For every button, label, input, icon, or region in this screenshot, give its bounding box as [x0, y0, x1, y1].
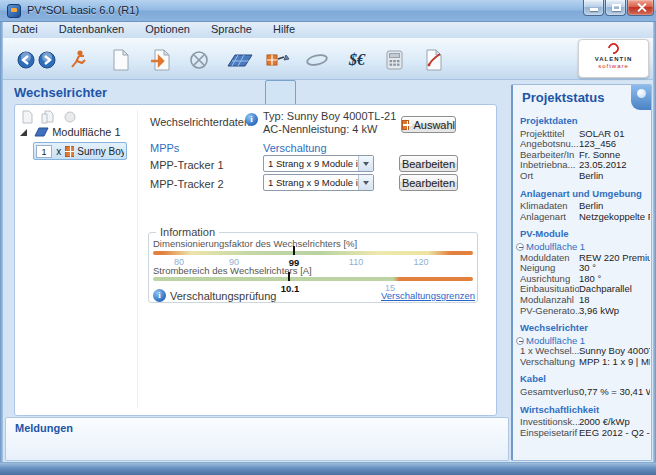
section-projektdaten: Projektdaten	[520, 116, 650, 127]
edit-tracker-1-button[interactable]: Bearbeiten	[399, 155, 458, 172]
module-area-icon	[34, 127, 49, 137]
page-title: Wechselrichter	[14, 85, 107, 100]
sizing-factor-marker	[293, 246, 295, 255]
window-title: PV*SOL basic 6.0 (R1)	[27, 4, 139, 16]
project-status-body: Projektdaten ProjekttitelSOLAR 01 Angebo…	[520, 109, 650, 438]
collapse-icon[interactable]	[516, 337, 524, 345]
chevron-down-icon[interactable]	[358, 175, 373, 190]
inverter-power-value: AC-Nennleistung: 4 kW	[263, 123, 377, 135]
module-area-toggle[interactable]: Modulfläche 1	[520, 242, 650, 253]
title-bar[interactable]: PV*SOL basic 6.0 (R1)	[0, 0, 656, 22]
close-icon	[637, 3, 646, 12]
inverter-count-input[interactable]: 1	[36, 145, 52, 158]
status-row: Bearbeiter/InFr. Sonne	[520, 150, 650, 161]
select-inverter-label: Auswahl	[413, 119, 455, 131]
mpp-tracker-2-label: MPP-Tracker 2	[150, 178, 224, 190]
tick-120: 120	[413, 257, 428, 267]
status-row: EinspeisetarifEEG 2012 - Q2 - Ge...	[520, 428, 650, 439]
maximize-button[interactable]	[605, 0, 626, 16]
status-row: Modulanzahl18	[520, 295, 650, 306]
section-kabel: Kabel	[520, 374, 650, 385]
wiring-limits-link[interactable]: Verschaltungsgrenzen	[381, 290, 475, 301]
collapse-icon[interactable]	[516, 243, 524, 251]
climate-data-icon[interactable]	[186, 46, 212, 74]
valentin-logo: valentin software	[578, 39, 649, 78]
status-row: Ausrichtung180 °	[520, 274, 650, 285]
status-row: OrtBerlin	[520, 171, 650, 182]
menu-sprache[interactable]: Sprache	[202, 22, 261, 35]
edit-tracker-2-button[interactable]: Bearbeiten	[399, 174, 458, 191]
select-inverter-button[interactable]: Auswahl	[401, 116, 456, 133]
menu-optionen[interactable]: Optionen	[136, 22, 199, 35]
collapse-panel-button[interactable]	[631, 85, 651, 110]
tree-item-inverter[interactable]: 1 x Sunny Boy...	[33, 142, 127, 160]
current-range-marker	[288, 272, 290, 281]
menu-datei[interactable]: Datei	[3, 22, 47, 35]
tree-expander-icon[interactable]	[20, 129, 27, 136]
project-status-panel: Projektstatus Projektdaten ProjekttitelS…	[511, 84, 652, 461]
calculator-icon[interactable]	[381, 46, 407, 74]
tree-item-module-area[interactable]: Modulfläche 1	[20, 126, 121, 138]
logo-subtitle: software	[579, 63, 648, 69]
times-label: x	[56, 146, 61, 157]
section-anlagenart: Anlagenart und Umgebung	[520, 189, 650, 200]
section-wirtschaftlichkeit: Wirtschaftlichkeit	[520, 405, 650, 416]
sizing-factor-label: Dimensionierungsfaktor des Wechselrichte…	[153, 238, 357, 249]
application-window: PV*SOL basic 6.0 (R1) Datei Datenbanken …	[0, 0, 656, 475]
messages-title: Meldungen	[15, 422, 73, 434]
inverter-type-value: Typ: Sunny Boy 4000TL-21	[263, 110, 396, 122]
delete-module-area-icon[interactable]	[64, 110, 76, 124]
mpp-tracker-1-label: MPP-Tracker 1	[150, 159, 224, 171]
wiring-column-label: Verschaltung	[263, 142, 327, 154]
status-bar	[0, 462, 656, 475]
status-row: VerschaltungMPP 1: 1 x 9 | MPP ...	[520, 357, 650, 368]
inverter-icon[interactable]	[265, 46, 291, 74]
status-row: AnlagenartNetzgekoppelte PV-...	[520, 212, 650, 223]
messages-panel: Meldungen	[5, 417, 509, 461]
menu-datenbanken[interactable]: Datenbanken	[50, 22, 133, 35]
new-project-icon[interactable]	[107, 46, 133, 74]
status-row: ModuldatenREW 220 Premium P...	[520, 253, 650, 264]
edit-tracker-1-label: Bearbeiten	[402, 158, 455, 170]
module-area-toggle[interactable]: Modulfläche 1	[520, 336, 650, 347]
select-inverter-icon	[402, 120, 409, 130]
current-range-slider	[153, 277, 473, 281]
mpp-tracker-2-value: 1 Strang x 9 Module in Reihe	[264, 177, 358, 188]
close-button[interactable]	[627, 0, 654, 16]
status-row: EinbausituationDachparallel	[520, 284, 650, 295]
sizing-factor-slider	[153, 251, 473, 255]
menu-bar: Datei Datenbanken Optionen Sprache Hilfe	[3, 22, 653, 38]
status-row: Angebotsnu...123_456	[520, 139, 650, 150]
section-wechselrichter: Wechselrichter	[520, 323, 650, 334]
mpp-tracker-1-value: 1 Strang x 9 Module in Reihe	[264, 158, 358, 169]
report-icon[interactable]	[421, 46, 447, 74]
feed-in-tariff-icon[interactable]: $€	[344, 46, 370, 74]
logo-name: valentin	[579, 54, 648, 63]
menu-hilfe[interactable]: Hilfe	[264, 22, 304, 35]
current-value: 10.1	[281, 283, 300, 294]
status-row: PV-Generato...3,96 kWp	[520, 306, 650, 317]
mpp-tracker-2-select[interactable]: 1 Strang x 9 Module in Reihe	[263, 174, 374, 191]
status-row: KlimadatenBerlin	[520, 201, 650, 212]
status-row: Inbetriebna...23.05.2012	[520, 160, 650, 171]
minimize-button[interactable]	[583, 0, 604, 16]
project-data-icon[interactable]	[65, 46, 91, 74]
section-pv-module: PV-Module	[520, 229, 650, 240]
chevron-down-icon[interactable]	[358, 156, 373, 171]
info-icon	[245, 113, 258, 126]
tree-separator	[137, 110, 138, 408]
window-frame-left	[0, 22, 3, 462]
project-status-title: Projektstatus	[522, 90, 604, 105]
open-project-icon[interactable]	[147, 46, 173, 74]
mpp-tracker-1-select[interactable]: 1 Strang x 9 Module in Reihe	[263, 155, 374, 172]
inverter-small-icon	[65, 146, 74, 157]
tick-110: 110	[349, 257, 363, 267]
copy-module-area-icon[interactable]	[41, 110, 55, 124]
cables-icon[interactable]	[304, 46, 330, 74]
wiring-check-label: Verschaltungsprüfung	[170, 290, 276, 302]
forward-icon[interactable]	[34, 46, 60, 74]
edit-tracker-2-label: Bearbeiten	[402, 177, 455, 189]
pv-modules-icon[interactable]	[227, 46, 253, 74]
status-row: Neigung30 °	[520, 263, 650, 274]
add-module-area-icon[interactable]	[21, 110, 33, 124]
